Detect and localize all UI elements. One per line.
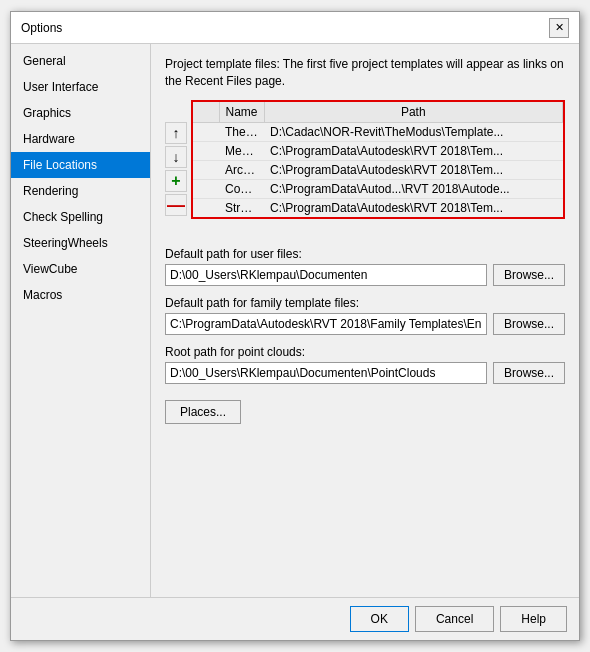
user-files-row: Browse... bbox=[165, 264, 565, 286]
col-header-path: Path bbox=[264, 102, 562, 123]
places-button[interactable]: Places... bbox=[165, 400, 241, 424]
family-templates-input[interactable] bbox=[165, 313, 487, 335]
user-files-group: Default path for user files: Browse... bbox=[165, 247, 565, 286]
title-bar: Options ✕ bbox=[11, 12, 579, 44]
sidebar-item-view-cube[interactable]: ViewCube bbox=[11, 256, 150, 282]
add-template-button[interactable]: + bbox=[165, 170, 187, 192]
cancel-button[interactable]: Cancel bbox=[415, 606, 494, 632]
family-templates-label: Default path for family template files: bbox=[165, 296, 565, 310]
table-row[interactable]: Construction Tem... C:\ProgramData\Autod… bbox=[193, 179, 563, 198]
sidebar-item-hardware[interactable]: Hardware bbox=[11, 126, 150, 152]
row-icon bbox=[193, 141, 219, 160]
dialog-footer: OK Cancel Help bbox=[11, 597, 579, 640]
table-row[interactable]: TheModus 5.4_Inst... D:\Cadac\NOR-Revit\… bbox=[193, 122, 563, 141]
template-table: Name Path TheModus 5.4_Inst... D:\Cadac\… bbox=[193, 102, 563, 217]
options-dialog: Options ✕ General User Interface Graphic… bbox=[10, 11, 580, 641]
sidebar: General User Interface Graphics Hardware… bbox=[11, 44, 151, 597]
description-text: Project template files: The first five p… bbox=[165, 56, 565, 90]
row-icon bbox=[193, 198, 219, 217]
template-path: C:\ProgramData\Autodesk\RVT 2018\Tem... bbox=[264, 198, 562, 217]
template-path: C:\ProgramData\Autod...\RVT 2018\Autode.… bbox=[264, 179, 562, 198]
template-name: Construction Tem... bbox=[219, 179, 264, 198]
template-name: TheModus 5.4_Inst... bbox=[219, 122, 264, 141]
template-path: C:\ProgramData\Autodesk\RVT 2018\Tem... bbox=[264, 160, 562, 179]
template-name: Architectural Templa bbox=[219, 160, 264, 179]
sidebar-item-general[interactable]: General bbox=[11, 48, 150, 74]
point-clouds-group: Root path for point clouds: Browse... bbox=[165, 345, 565, 384]
sidebar-item-graphics[interactable]: Graphics bbox=[11, 100, 150, 126]
col-header-icon bbox=[193, 102, 219, 123]
col-header-name: Name bbox=[219, 102, 264, 123]
user-files-input[interactable] bbox=[165, 264, 487, 286]
template-path: D:\Cadac\NOR-Revit\TheModus\Template... bbox=[264, 122, 562, 141]
close-button[interactable]: ✕ bbox=[549, 18, 569, 38]
user-files-browse-button[interactable]: Browse... bbox=[493, 264, 565, 286]
sidebar-item-file-locations[interactable]: File Locations bbox=[11, 152, 150, 178]
template-name: Structural Template bbox=[219, 198, 264, 217]
ok-button[interactable]: OK bbox=[350, 606, 409, 632]
dialog-title: Options bbox=[21, 21, 62, 35]
move-up-button[interactable]: ↑ bbox=[165, 122, 187, 144]
remove-template-button[interactable]: — bbox=[165, 194, 187, 216]
main-content: Project template files: The first five p… bbox=[151, 44, 579, 597]
table-row[interactable]: Mechanical Templ... C:\ProgramData\Autod… bbox=[193, 141, 563, 160]
point-clouds-label: Root path for point clouds: bbox=[165, 345, 565, 359]
help-button[interactable]: Help bbox=[500, 606, 567, 632]
family-templates-row: Browse... bbox=[165, 313, 565, 335]
row-icon bbox=[193, 179, 219, 198]
sidebar-item-user-interface[interactable]: User Interface bbox=[11, 74, 150, 100]
sidebar-item-check-spelling[interactable]: Check Spelling bbox=[11, 204, 150, 230]
row-icon bbox=[193, 160, 219, 179]
dialog-body: General User Interface Graphics Hardware… bbox=[11, 44, 579, 597]
point-clouds-input[interactable] bbox=[165, 362, 487, 384]
template-name: Mechanical Templ... bbox=[219, 141, 264, 160]
user-files-label: Default path for user files: bbox=[165, 247, 565, 261]
point-clouds-row: Browse... bbox=[165, 362, 565, 384]
table-row[interactable]: Architectural Templa C:\ProgramData\Auto… bbox=[193, 160, 563, 179]
template-path: C:\ProgramData\Autodesk\RVT 2018\Tem... bbox=[264, 141, 562, 160]
sidebar-item-rendering[interactable]: Rendering bbox=[11, 178, 150, 204]
family-templates-browse-button[interactable]: Browse... bbox=[493, 313, 565, 335]
point-clouds-browse-button[interactable]: Browse... bbox=[493, 362, 565, 384]
family-templates-group: Default path for family template files: … bbox=[165, 296, 565, 335]
move-down-button[interactable]: ↓ bbox=[165, 146, 187, 168]
table-row[interactable]: Structural Template C:\ProgramData\Autod… bbox=[193, 198, 563, 217]
sidebar-item-steering-wheels[interactable]: SteeringWheels bbox=[11, 230, 150, 256]
sidebar-item-macros[interactable]: Macros bbox=[11, 282, 150, 308]
row-icon bbox=[193, 122, 219, 141]
